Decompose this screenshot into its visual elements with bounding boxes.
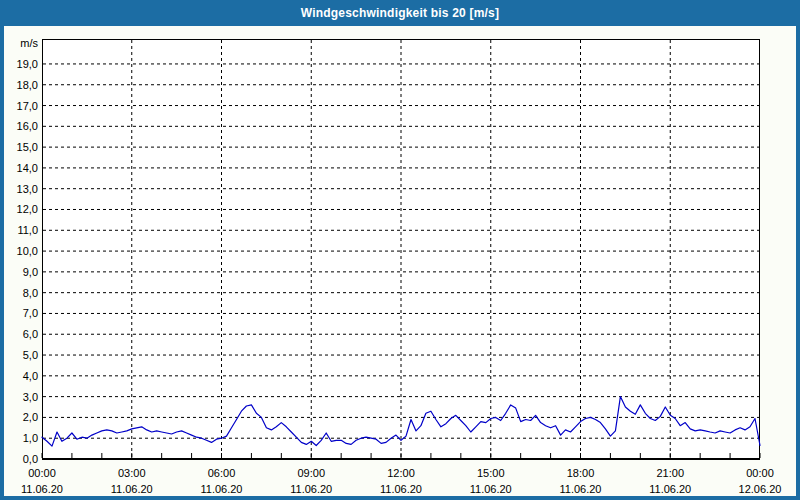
chart-window: Windgeschwindigkeit bis 20 [m/s] m/s0,01…: [0, 0, 800, 500]
x-axis-date-label: 11.06.20: [21, 483, 63, 495]
y-axis-label: 10,0: [17, 245, 38, 257]
x-axis-time-label: 12:00: [387, 467, 415, 479]
y-axis-label: 1,0: [23, 432, 38, 444]
y-axis-label: 2,0: [23, 411, 38, 423]
wind-speed-chart: m/s0,01,02,03,04,05,06,07,08,09,010,011,…: [4, 26, 796, 496]
y-axis-label: 13,0: [17, 183, 38, 195]
x-axis-time-label: 00:00: [28, 467, 56, 479]
chart-title: Windgeschwindigkeit bis 20 [m/s]: [301, 6, 499, 20]
y-axis-label: 9,0: [23, 266, 38, 278]
y-axis-label: 15,0: [17, 141, 38, 153]
x-axis-date-label: 11.06.20: [290, 483, 332, 495]
y-axis-label: 6,0: [23, 328, 38, 340]
y-axis-label: 7,0: [23, 307, 38, 319]
y-axis-label: 8,0: [23, 287, 38, 299]
x-axis-date-label: 11.06.20: [200, 483, 242, 495]
x-axis-time-label: 21:00: [656, 467, 684, 479]
x-axis-time-label: 03:00: [118, 467, 146, 479]
x-axis-time-label: 06:00: [208, 467, 236, 479]
x-axis-time-label: 15:00: [477, 467, 505, 479]
y-axis-label: 14,0: [17, 162, 38, 174]
chart-content-area: m/s0,01,02,03,04,05,06,07,08,09,010,011,…: [0, 26, 800, 500]
y-axis-label: 11,0: [17, 224, 38, 236]
x-axis-time-label: 18:00: [567, 467, 595, 479]
x-axis-date-label: 11.06.20: [559, 483, 601, 495]
x-axis-date-label: 11.06.20: [111, 483, 153, 495]
title-bar: Windgeschwindigkeit bis 20 [m/s]: [0, 0, 800, 26]
y-axis-label: 18,0: [17, 79, 38, 91]
x-axis-date-label: 12.06.20: [739, 483, 782, 495]
y-axis-label: 5,0: [23, 349, 38, 361]
y-axis-label: 17,0: [17, 100, 38, 112]
x-axis-time-label: 09:00: [297, 467, 325, 479]
x-axis-date-label: 11.06.20: [470, 483, 512, 495]
y-axis-label: 4,0: [23, 370, 38, 382]
y-axis-label: 3,0: [23, 391, 38, 403]
y-axis-label: 12,0: [17, 203, 38, 215]
y-axis-label: 16,0: [17, 120, 38, 132]
y-axis-label: 19,0: [17, 58, 38, 70]
x-axis-date-label: 11.06.20: [649, 483, 691, 495]
y-axis-unit-label: m/s: [20, 37, 38, 49]
x-axis-time-label: 00:00: [746, 467, 774, 479]
x-axis-date-label: 11.06.20: [380, 483, 422, 495]
y-axis-label: 0,0: [23, 453, 38, 465]
